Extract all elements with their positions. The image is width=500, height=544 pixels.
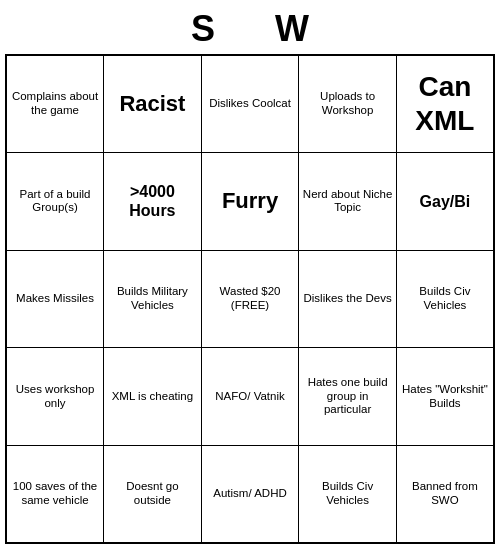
- bingo-cell: Furry: [201, 153, 299, 251]
- cell-text: Part of a build Group(s): [20, 188, 91, 214]
- bingo-cell: Makes Missiles: [6, 250, 104, 348]
- bingo-cell: Builds Civ Vehicles: [299, 445, 397, 543]
- s-label: S: [191, 8, 215, 50]
- bingo-cell: >4000 Hours: [104, 153, 202, 251]
- cell-text: Hates "Workshit" Builds: [402, 383, 488, 409]
- bingo-cell: Complains about the game: [6, 55, 104, 153]
- bingo-cell: Dislikes the Devs: [299, 250, 397, 348]
- bingo-cell: XML is cheating: [104, 348, 202, 446]
- cell-text: XML is cheating: [112, 390, 193, 402]
- bingo-cell: Builds Military Vehicles: [104, 250, 202, 348]
- bingo-header: S W: [0, 0, 500, 54]
- cell-text: >4000 Hours: [129, 183, 175, 219]
- cell-text: Wasted $20 (FREE): [220, 285, 281, 311]
- cell-text: Autism/ ADHD: [213, 487, 287, 499]
- cell-text: Racist: [119, 91, 185, 116]
- cell-text: Dislikes the Devs: [303, 292, 391, 304]
- bingo-cell: Dislikes Coolcat: [201, 55, 299, 153]
- bingo-cell: Banned from SWO: [396, 445, 494, 543]
- cell-text: Builds Civ Vehicles: [419, 285, 470, 311]
- bingo-cell: Gay/Bi: [396, 153, 494, 251]
- cell-text: Builds Civ Vehicles: [322, 480, 373, 506]
- bingo-cell: Wasted $20 (FREE): [201, 250, 299, 348]
- w-label: W: [275, 8, 309, 50]
- cell-text: Complains about the game: [12, 90, 98, 116]
- bingo-cell: 100 saves of the same vehicle: [6, 445, 104, 543]
- cell-text: Banned from SWO: [412, 480, 478, 506]
- bingo-cell: Uses workshop only: [6, 348, 104, 446]
- bingo-cell: Autism/ ADHD: [201, 445, 299, 543]
- bingo-cell: Racist: [104, 55, 202, 153]
- bingo-cell: Uploads to Workshop: [299, 55, 397, 153]
- cell-text: Makes Missiles: [16, 292, 94, 304]
- bingo-cell: Hates one build group in particular: [299, 348, 397, 446]
- bingo-cell: Builds Civ Vehicles: [396, 250, 494, 348]
- cell-text: Nerd about Niche Topic: [303, 188, 393, 214]
- bingo-cell: Can XML: [396, 55, 494, 153]
- cell-text: Uploads to Workshop: [320, 90, 375, 116]
- bingo-cell: Doesnt go outside: [104, 445, 202, 543]
- cell-text: Furry: [222, 188, 278, 213]
- cell-text: Hates one build group in particular: [308, 376, 388, 416]
- cell-text: Builds Military Vehicles: [117, 285, 188, 311]
- cell-text: Doesnt go outside: [126, 480, 178, 506]
- cell-text: NAFO/ Vatnik: [215, 390, 284, 402]
- cell-text: Uses workshop only: [16, 383, 95, 409]
- bingo-cell: NAFO/ Vatnik: [201, 348, 299, 446]
- cell-text: 100 saves of the same vehicle: [13, 480, 97, 506]
- bingo-cell: Hates "Workshit" Builds: [396, 348, 494, 446]
- bingo-table: Complains about the gameRacistDislikes C…: [5, 54, 495, 544]
- bingo-cell: Part of a build Group(s): [6, 153, 104, 251]
- cell-text: Dislikes Coolcat: [209, 97, 291, 109]
- cell-text: Gay/Bi: [420, 193, 471, 210]
- bingo-cell: Nerd about Niche Topic: [299, 153, 397, 251]
- cell-text: Can XML: [415, 71, 474, 136]
